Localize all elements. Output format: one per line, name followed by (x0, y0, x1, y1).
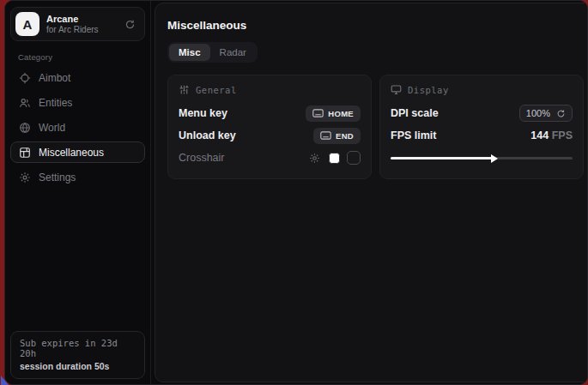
unload-key-row: Unload key END (179, 125, 361, 146)
keyboard-icon (312, 109, 324, 117)
fps-limit-slider[interactable] (391, 152, 573, 164)
crosshair-checkbox[interactable] (347, 151, 361, 165)
app-logo: A (15, 12, 39, 36)
keyboard-icon (320, 131, 331, 140)
menu-key-row: Menu key HOME (179, 103, 361, 123)
fps-unit: FPS (552, 129, 573, 141)
unload-key-value: END (336, 131, 354, 141)
session-duration-text: session duration 50s (20, 361, 136, 371)
monitor-icon (391, 84, 402, 95)
crosshair-label: Crosshair (179, 152, 225, 164)
display-card-title: Display (408, 85, 449, 95)
app-header-texts: Arcane for Arc Riders (46, 14, 116, 34)
sidebar-item-aimbot[interactable]: Aimbot (10, 67, 145, 88)
entities-icon (19, 97, 31, 109)
fps-limit-row: FPS limit 144 FPS (391, 125, 573, 146)
page-title: Miscellaneous (167, 19, 584, 32)
display-card: Display DPI scale 100% FPS limit (379, 75, 584, 179)
sliders-icon (179, 84, 190, 95)
sidebar: A Arcane for Arc Riders Category Aimbot (5, 1, 151, 384)
refresh-icon[interactable] (556, 109, 566, 118)
main-panel: Miscellaneous Misc Radar General (155, 3, 588, 382)
crosshair-row: Crosshair (179, 147, 361, 168)
tab-misc[interactable]: Misc (169, 44, 210, 61)
sidebar-item-world[interactable]: World (10, 117, 145, 138)
menu-key-value: HOME (328, 109, 354, 118)
app-name: Arcane (46, 14, 116, 25)
fps-number: 144 (530, 129, 549, 141)
sub-expiry-text: Sub expires in 23d 20h (20, 338, 136, 358)
grid-icon (19, 147, 31, 159)
general-card: General Menu key HOME Unload key (167, 75, 372, 179)
unload-key-button[interactable]: END (313, 128, 361, 144)
gear-icon (19, 171, 31, 183)
sidebar-item-label: Entities (39, 97, 72, 109)
dpi-scale-label: DPI scale (391, 107, 439, 119)
category-label: Category (18, 52, 145, 62)
unload-key-label: Unload key (179, 129, 236, 141)
slider-thumb[interactable] (491, 154, 498, 163)
sync-icon[interactable] (123, 17, 137, 32)
sidebar-item-miscellaneous[interactable]: Miscellaneous (10, 141, 145, 163)
tab-radar[interactable]: Radar (210, 44, 256, 61)
sidebar-item-label: Miscellaneous (39, 147, 104, 159)
app-subtitle: for Arc Riders (46, 25, 116, 35)
sidebar-item-entities[interactable]: Entities (10, 92, 145, 113)
crosshair-controls (307, 151, 361, 165)
general-card-title: General (196, 85, 237, 95)
general-card-header: General (179, 84, 361, 95)
sidebar-item-settings[interactable]: Settings (10, 166, 145, 188)
globe-icon (19, 122, 31, 134)
fps-limit-value: 144 FPS (530, 129, 573, 141)
fps-limit-label: FPS limit (391, 129, 436, 141)
cards-row: General Menu key HOME Unload key (167, 75, 584, 179)
menu-key-button[interactable]: HOME (306, 105, 361, 122)
app-window: A Arcane for Arc Riders Category Aimbot (4, 0, 588, 385)
sidebar-item-label: World (39, 122, 65, 134)
dpi-scale-row: DPI scale 100% (391, 103, 573, 123)
slider-fill (391, 157, 493, 159)
display-card-header: Display (391, 84, 573, 95)
subscription-status-card: Sub expires in 23d 20h session duration … (10, 331, 145, 379)
tab-bar: Misc Radar (167, 42, 258, 63)
dpi-scale-control[interactable]: 100% (519, 105, 573, 122)
sidebar-item-label: Settings (39, 171, 76, 183)
dpi-scale-value: 100% (526, 108, 550, 118)
menu-key-label: Menu key (179, 107, 227, 119)
crosshair-icon (19, 72, 31, 84)
crosshair-settings-gear-icon[interactable] (307, 151, 322, 165)
mouse-cursor (1, 376, 9, 385)
sidebar-item-label: Aimbot (39, 72, 70, 84)
crosshair-color-swatch[interactable] (329, 153, 340, 164)
app-header-card: A Arcane for Arc Riders (10, 7, 145, 41)
